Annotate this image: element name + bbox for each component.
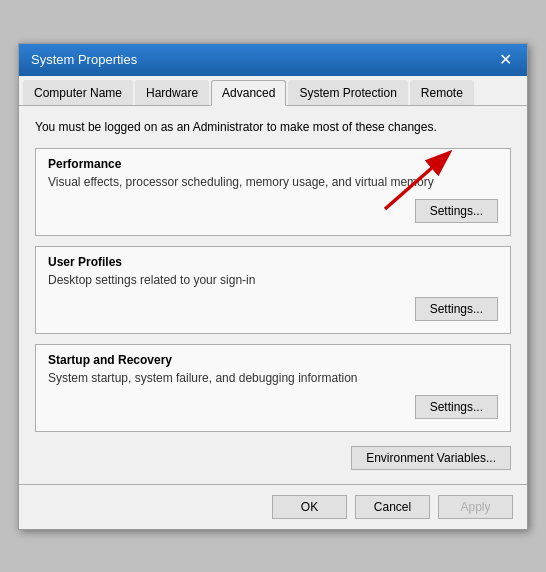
content-area: You must be logged on as an Administrato…: [19, 106, 527, 484]
user-profiles-desc: Desktop settings related to your sign-in: [48, 273, 498, 287]
tab-hardware[interactable]: Hardware: [135, 80, 209, 105]
bottom-bar: OK Cancel Apply: [19, 484, 527, 529]
user-profiles-settings-button[interactable]: Settings...: [415, 297, 498, 321]
system-properties-dialog: System Properties ✕ Computer Name Hardwa…: [18, 43, 528, 530]
performance-desc: Visual effects, processor scheduling, me…: [48, 175, 498, 189]
startup-section: Startup and Recovery System startup, sys…: [35, 344, 511, 432]
admin-note: You must be logged on as an Administrato…: [35, 120, 511, 134]
tab-system-protection[interactable]: System Protection: [288, 80, 407, 105]
tab-bar: Computer Name Hardware Advanced System P…: [19, 76, 527, 106]
close-button[interactable]: ✕: [495, 50, 515, 70]
environment-variables-button[interactable]: Environment Variables...: [351, 446, 511, 470]
user-profiles-section: User Profiles Desktop settings related t…: [35, 246, 511, 334]
user-profiles-btn-row: Settings...: [48, 297, 498, 321]
apply-button[interactable]: Apply: [438, 495, 513, 519]
env-variables-row: Environment Variables...: [35, 446, 511, 470]
performance-settings-button[interactable]: Settings...: [415, 199, 498, 223]
startup-desc: System startup, system failure, and debu…: [48, 371, 498, 385]
tab-remote[interactable]: Remote: [410, 80, 474, 105]
performance-title: Performance: [48, 157, 498, 171]
performance-btn-row: Settings...: [48, 199, 498, 223]
tab-advanced[interactable]: Advanced: [211, 80, 286, 106]
user-profiles-title: User Profiles: [48, 255, 498, 269]
window-title: System Properties: [31, 52, 137, 67]
ok-button[interactable]: OK: [272, 495, 347, 519]
cancel-button[interactable]: Cancel: [355, 495, 430, 519]
startup-settings-button[interactable]: Settings...: [415, 395, 498, 419]
startup-title: Startup and Recovery: [48, 353, 498, 367]
performance-section: Performance Visual effects, processor sc…: [35, 148, 511, 236]
tab-computer-name[interactable]: Computer Name: [23, 80, 133, 105]
startup-btn-row: Settings...: [48, 395, 498, 419]
title-bar: System Properties ✕: [19, 44, 527, 76]
